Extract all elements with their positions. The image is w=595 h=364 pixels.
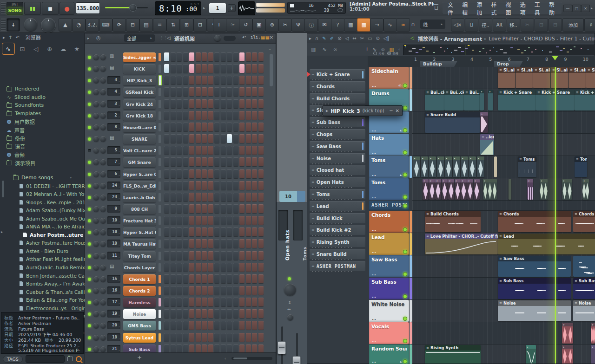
playlist-clip[interactable]: ▸ [455,179,461,200]
step-cell[interactable] [233,87,238,96]
track-led[interactable] [403,204,407,208]
channel-pan-knob[interactable] [93,276,99,282]
song-item[interactable]: Adam Szabo..ock Me Out [20,214,87,222]
step-cell[interactable] [233,204,238,213]
step-cell[interactable] [246,239,251,248]
step-cell[interactable] [252,251,257,260]
step-cell[interactable] [246,333,251,342]
song-item[interactable]: Cuebur & Than..a's Calling [20,288,91,296]
step-cell[interactable] [183,216,188,225]
channel-pan-knob[interactable] [93,89,99,95]
step-cell[interactable] [189,87,194,96]
step-cell[interactable] [164,52,169,61]
clone-icon[interactable]: ⊡ [193,18,207,32]
step-cell[interactable] [171,99,176,108]
step-cell[interactable] [208,204,213,213]
tab-cloud[interactable]: ☁ [57,43,69,54]
step-cell[interactable] [239,193,245,202]
channel-target-selector[interactable]: 15 [107,275,120,283]
rack-graph-icon[interactable]: ılı. [251,35,261,39]
step-cell[interactable] [208,344,213,353]
edison-cut-icon[interactable]: ✂ [278,18,292,32]
channel-indicator[interactable] [159,158,161,166]
step-cell[interactable] [189,239,194,248]
mixer-stereo-knob[interactable] [287,314,293,320]
step-cell[interactable] [164,216,169,225]
channel-target-selector[interactable]: 7 [107,158,120,166]
step-cell[interactable] [202,286,207,295]
step-cell[interactable] [246,134,251,143]
playlist-clip[interactable]: ≡Chords [573,211,595,232]
step-cell[interactable] [258,99,264,108]
picker-item[interactable]: ≡Lead [310,201,365,211]
channel-indicator[interactable] [159,65,161,73]
step-cell[interactable] [233,111,238,120]
channel-volume-knob[interactable] [100,159,106,165]
step-cell[interactable] [177,76,182,84]
tab-online[interactable]: ⊕ [44,43,56,54]
step-cell[interactable] [202,228,207,236]
help-icon[interactable]: ? [331,18,344,32]
channel-indicator[interactable] [159,182,161,190]
step-cell[interactable] [183,64,188,73]
step-cell[interactable] [164,298,169,306]
step-cell[interactable] [227,263,232,272]
playlist-clip[interactable]: ▸ [527,179,533,200]
channel-indicator[interactable] [159,88,161,96]
step-cell[interactable] [183,111,188,120]
step-cell[interactable] [208,64,213,73]
minimap-scroll-left[interactable]: ‹ [398,47,400,52]
menu-添加[interactable]: 添加 [476,0,484,16]
step-cell[interactable] [177,321,182,330]
channel-mute-led[interactable] [88,312,91,316]
step-cell[interactable] [246,181,251,190]
channel-button[interactable]: Fracture Hat 31 [123,216,156,226]
step-cell[interactable] [258,157,264,166]
step-cell[interactable] [239,134,245,143]
step-cell[interactable] [258,204,264,213]
step-cell[interactable] [227,181,232,190]
channel-pan-knob[interactable] [93,288,99,293]
mixer-insert-header[interactable]: 10 [279,191,305,202]
step-cell[interactable] [252,52,257,61]
playlist-clip[interactable]: ≡Noise [573,300,595,321]
step-cell[interactable] [246,204,251,213]
step-cell[interactable] [171,309,176,318]
playlist-clip[interactable]: ▸ [488,90,493,110]
channel-target-selector[interactable]: 17 [107,298,120,306]
shuffle-slider-track[interactable] [105,7,148,8]
step-cell[interactable] [196,251,201,260]
pat-song-toggle[interactable]: PAT SONG [7,2,23,15]
playlist-clip[interactable]: ≡Bui..#2 [464,90,480,110]
channel-mute-led[interactable] [88,67,91,71]
channel-pan-knob[interactable] [93,346,99,352]
playlist-clip[interactable]: ▸ [591,323,595,344]
step-cell[interactable] [258,181,264,190]
step-cell[interactable] [183,99,188,108]
channel-indicator[interactable] [159,53,161,61]
mixer-mute-led[interactable] [288,277,291,280]
step-cell[interactable] [196,333,201,342]
rack-add-channel-button[interactable]: + [137,354,142,361]
toolbar-grip[interactable] [1,2,6,14]
step-cell[interactable] [196,87,201,96]
step-cell[interactable] [239,263,245,272]
step-cell[interactable] [233,309,238,318]
step-cell[interactable] [239,204,245,213]
step-cell[interactable] [196,216,201,225]
step-cell[interactable] [202,321,207,330]
step-cell[interactable] [164,64,169,73]
step-cell[interactable] [233,239,238,248]
step-cell[interactable] [214,216,219,225]
step-cell[interactable] [171,298,176,306]
channel-indicator[interactable] [159,286,161,295]
channel-mute-led[interactable] [88,336,91,339]
step-cell[interactable] [233,134,238,143]
channel-volume-knob[interactable] [100,253,106,259]
tab-files[interactable]: ⊡ [16,43,28,54]
channel-button[interactable]: FLS_Do..w_Edit [123,181,156,191]
channel-indicator[interactable] [159,275,161,283]
channel-pan-knob[interactable] [93,113,99,118]
step-cell[interactable] [171,111,176,120]
step-cell[interactable] [214,251,219,260]
